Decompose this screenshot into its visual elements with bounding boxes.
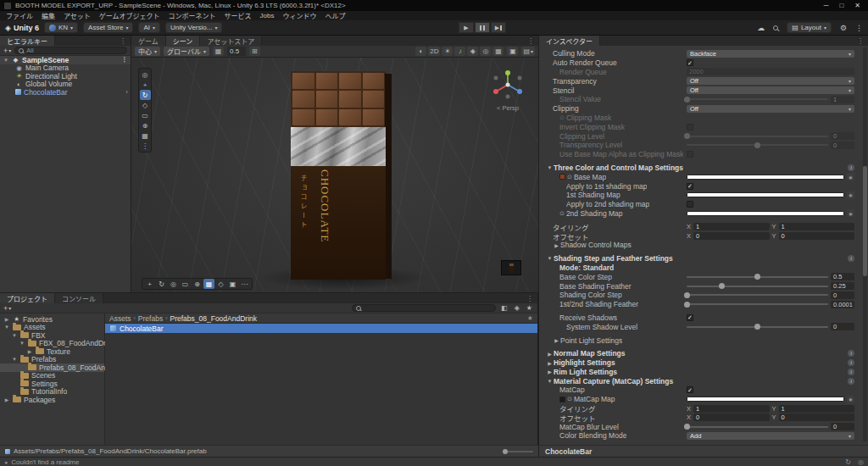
- menu-item-4[interactable]: コンポーネント: [164, 11, 220, 20]
- project-menu-icon[interactable]: ⋮: [522, 293, 537, 303]
- slider-handle[interactable]: [684, 302, 690, 308]
- slider-value-field[interactable]: 0: [831, 423, 854, 430]
- foldout-arrow-icon[interactable]: ▶: [546, 360, 554, 366]
- gizmo-tool-icon[interactable]: ⊕: [192, 279, 203, 289]
- slider-track[interactable]: [687, 426, 828, 428]
- x-field[interactable]: 0: [693, 232, 769, 240]
- overlay-menu-icon[interactable]: ⋯: [239, 279, 250, 289]
- inspector-scrollbar[interactable]: [863, 47, 867, 441]
- prefab-expand-icon[interactable]: ›: [125, 88, 128, 96]
- checkbox[interactable]: ✓: [687, 314, 693, 321]
- slider-track[interactable]: [687, 303, 828, 305]
- slider-value-field[interactable]: 0: [831, 323, 854, 330]
- menu-item-2[interactable]: アセット: [59, 11, 95, 20]
- grid-visibility-icon[interactable]: ▦: [492, 47, 504, 56]
- slider-track[interactable]: [687, 286, 828, 287]
- pan-tool-icon[interactable]: +: [144, 279, 155, 289]
- layout-dropdown[interactable]: ▤Layout▾: [787, 22, 832, 33]
- gizmos-dropdown[interactable]: ▤▾: [521, 47, 535, 56]
- project-folder-assets[interactable]: ▼Assets: [0, 324, 104, 332]
- foldout-arrow-icon[interactable]: ▼: [11, 333, 18, 338]
- settings-gear-icon[interactable]: ⚙: [840, 24, 847, 32]
- pivot-mode-dropdown[interactable]: 中心▾: [135, 47, 160, 56]
- slider-value-field[interactable]: 0.25: [831, 282, 854, 290]
- menu-item-0[interactable]: ファイル: [2, 11, 37, 20]
- tab-scene[interactable]: シーン: [166, 36, 201, 46]
- tab-game[interactable]: ゲーム: [131, 36, 166, 46]
- slider-track[interactable]: [687, 326, 828, 328]
- move-tool-icon[interactable]: +: [140, 80, 151, 90]
- inspector-preview-header[interactable]: ChocolateBar: [538, 445, 868, 457]
- hierarchy-search-input[interactable]: All: [14, 47, 127, 54]
- checkbox[interactable]: ✓: [687, 183, 693, 190]
- slider-handle[interactable]: [503, 449, 508, 454]
- checkbox[interactable]: ✓: [687, 386, 693, 393]
- snap-increment-icon[interactable]: ⊞: [249, 47, 260, 56]
- audio-toggle-icon[interactable]: ♪: [454, 47, 465, 56]
- foldout-arrow-icon[interactable]: ▶: [3, 316, 10, 322]
- dropdown[interactable]: Add▾: [687, 432, 854, 440]
- project-folder-prefabs[interactable]: ▼Prefabs: [0, 356, 104, 364]
- favorites-star-icon[interactable]: ★: [525, 304, 534, 312]
- orientation-dropdown[interactable]: グローバル▾: [164, 47, 209, 56]
- ai-button[interactable]: AI▾: [138, 22, 160, 33]
- tab-project[interactable]: プロジェクト: [0, 293, 55, 303]
- notifications-icon[interactable]: ◎: [858, 458, 864, 466]
- checkbox[interactable]: [687, 151, 693, 158]
- foldout-arrow-icon[interactable]: ▼: [546, 379, 554, 384]
- scene-menu-icon[interactable]: ⋮: [523, 36, 538, 46]
- project-folder-packages[interactable]: ▶Packages: [0, 396, 104, 404]
- project-folder-favorites[interactable]: ▶★Favorites: [0, 315, 104, 324]
- scale-tool-icon[interactable]: ◇: [140, 100, 151, 110]
- project-folder-fbx-08-foodanddrink[interactable]: ▼FBX_08_FoodAndDrink: [0, 340, 104, 348]
- slider-handle[interactable]: [684, 424, 690, 430]
- color-picker-icon[interactable]: ◉: [847, 396, 854, 403]
- foldout-arrow-icon[interactable]: ▶: [546, 351, 554, 357]
- slider-value-field[interactable]: 0.5: [831, 273, 854, 280]
- dropdown[interactable]: Off▾: [687, 105, 854, 113]
- orbit-tool-icon[interactable]: ↻: [156, 279, 167, 289]
- shading-mode-icon[interactable]: ◐: [415, 47, 426, 56]
- color-picker-icon[interactable]: ◉: [847, 191, 854, 199]
- foldout-arrow-icon[interactable]: ▶: [546, 369, 554, 374]
- view-tool-icon[interactable]: ◎: [140, 69, 151, 80]
- breadcrumb-item-assets[interactable]: Assets: [109, 314, 131, 323]
- close-button[interactable]: ✕: [854, 2, 860, 9]
- hierarchy-scene-row[interactable]: ▼◆SampleScene⋮: [0, 56, 131, 64]
- grid-snap-icon[interactable]: ▦: [213, 47, 224, 56]
- project-folder-prefabs-08-foodanddrink[interactable]: Prefabs_08_FoodAndDrink: [0, 363, 104, 372]
- rect-tool-icon[interactable]: ▭: [140, 110, 151, 120]
- color-picker-icon[interactable]: ◉: [847, 173, 854, 180]
- menu-item-7[interactable]: ウィンドウ: [279, 11, 321, 20]
- slider-track[interactable]: [687, 276, 828, 278]
- foldout-arrow-icon[interactable]: ▼: [546, 256, 554, 261]
- info-icon[interactable]: i: [848, 164, 854, 171]
- inspector-menu-icon[interactable]: ⋮: [853, 36, 868, 46]
- menu-item-1[interactable]: 編集: [37, 11, 59, 20]
- foldout-arrow-icon[interactable]: ▶: [553, 242, 560, 248]
- info-icon[interactable]: i: [848, 359, 854, 366]
- y-field[interactable]: 0: [779, 413, 854, 421]
- color-picker-icon[interactable]: ◉: [847, 209, 854, 217]
- info-icon[interactable]: i: [848, 255, 854, 262]
- foldout-arrow-icon[interactable]: ▶: [3, 397, 10, 402]
- add-asset-button[interactable]: +▾: [3, 304, 11, 313]
- snap-tool-icon[interactable]: ▦: [203, 279, 214, 289]
- search-icon[interactable]: [773, 25, 778, 31]
- y-field[interactable]: 1: [779, 223, 854, 230]
- project-folder-settings[interactable]: Settings: [0, 380, 104, 388]
- chocolate-bar-model[interactable]: チョコレート CHOCOLATE: [291, 71, 386, 280]
- y-field[interactable]: 0: [779, 232, 854, 240]
- project-folder-texture[interactable]: ▶Texture: [0, 347, 104, 356]
- foldout-arrow-icon[interactable]: ▼: [546, 165, 554, 170]
- cloud-icon[interactable]: ☁: [757, 24, 765, 32]
- number-field[interactable]: 2000: [687, 68, 854, 75]
- foldout-arrow-icon[interactable]: ▼: [3, 325, 10, 330]
- gizmo-projection-label[interactable]: < Persp: [489, 104, 526, 112]
- more-menu-icon[interactable]: ⋮: [855, 24, 863, 32]
- menu-item-3[interactable]: ゲームオブジェクト: [95, 11, 164, 20]
- add-object-button[interactable]: +▾: [3, 47, 11, 55]
- dropdown[interactable]: Off▾: [687, 77, 854, 85]
- tab-asset-store[interactable]: アセットストア: [200, 36, 262, 46]
- camera-tool-icon[interactable]: ▣: [227, 279, 238, 289]
